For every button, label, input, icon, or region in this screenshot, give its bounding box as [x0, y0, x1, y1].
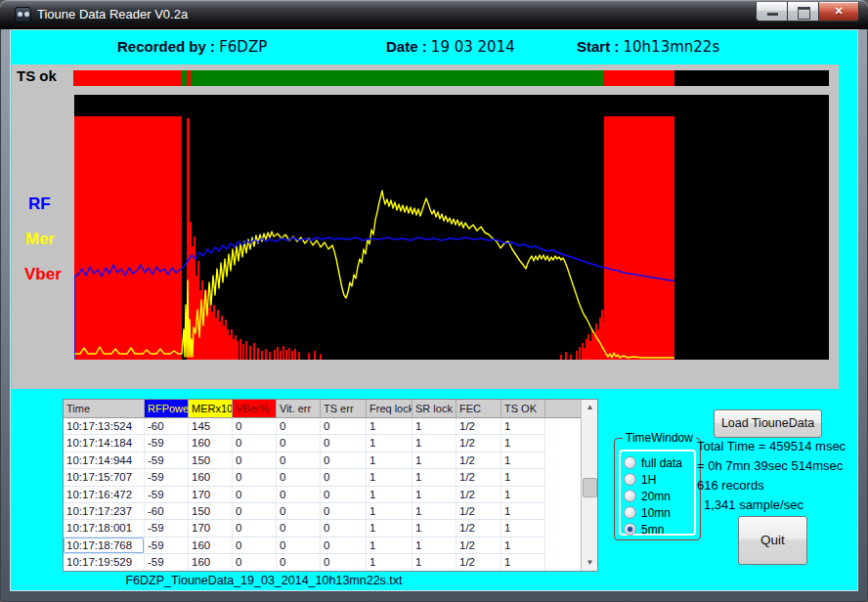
table-cell[interactable]: 0: [321, 452, 367, 469]
radio-icon[interactable]: [624, 506, 636, 519]
table-cell[interactable]: 1: [367, 554, 412, 571]
grid-column-header[interactable]: RFPower: [145, 400, 189, 418]
table-cell[interactable]: 1: [412, 503, 456, 520]
grid-column-header[interactable]: VBer%: [233, 400, 277, 418]
table-row[interactable]: 10:17:18:001-59170000111/21: [64, 520, 581, 537]
maximize-button[interactable]: [788, 2, 819, 22]
table-cell[interactable]: 0: [233, 503, 277, 520]
table-cell[interactable]: 1/2: [456, 520, 501, 537]
scrollbar-thumb[interactable]: [583, 478, 597, 497]
table-cell[interactable]: 1/2: [456, 503, 501, 520]
table-cell[interactable]: 0: [277, 469, 321, 486]
table-cell[interactable]: -60: [145, 418, 189, 435]
table-cell[interactable]: 0: [277, 452, 321, 469]
table-cell[interactable]: 1: [501, 520, 545, 537]
table-row[interactable]: 10:17:16:472-59170000111/21: [64, 487, 581, 503]
radio-icon[interactable]: [624, 456, 636, 469]
table-cell[interactable]: 0: [233, 418, 277, 435]
table-cell[interactable]: 0: [277, 435, 321, 452]
table-cell[interactable]: 1/2: [456, 435, 501, 452]
table-cell[interactable]: 0: [277, 520, 321, 537]
close-button[interactable]: [819, 2, 859, 22]
table-cell[interactable]: 150: [189, 452, 233, 469]
table-row[interactable]: 10:17:15:707-59160000111/21: [64, 469, 581, 486]
table-cell[interactable]: 0: [321, 538, 367, 554]
table-cell[interactable]: 10:17:16:472: [64, 487, 145, 503]
table-cell[interactable]: 0: [321, 469, 367, 486]
table-cell[interactable]: 10:17:17:237: [64, 503, 145, 520]
time-window-option[interactable]: 10mn: [624, 504, 698, 521]
table-cell[interactable]: 0: [233, 452, 277, 469]
table-cell[interactable]: 150: [189, 503, 233, 520]
table-cell[interactable]: 0: [277, 554, 321, 571]
table-cell[interactable]: 160: [189, 538, 233, 554]
table-cell[interactable]: 0: [321, 520, 367, 537]
table-cell[interactable]: 170: [189, 520, 233, 537]
table-cell[interactable]: 1: [367, 520, 412, 537]
grid-vertical-scrollbar[interactable]: ▲ ▼: [581, 400, 597, 571]
table-cell[interactable]: 1: [412, 520, 456, 537]
table-cell[interactable]: 1: [501, 554, 545, 571]
table-cell[interactable]: 1: [501, 469, 545, 486]
table-cell[interactable]: 0: [321, 435, 367, 452]
table-row[interactable]: 10:17:14:944-59150000111/21: [64, 452, 581, 469]
table-cell[interactable]: -59: [145, 554, 189, 571]
table-row[interactable]: 10:17:13:524-60145000111/21: [64, 418, 581, 435]
table-cell[interactable]: 160: [189, 554, 233, 571]
table-cell[interactable]: 1: [367, 538, 412, 554]
data-grid[interactable]: TimeRFPowerMERx10VBer%Vit. errTS errFreq…: [63, 399, 598, 572]
table-cell[interactable]: -59: [145, 435, 189, 452]
time-window-option[interactable]: 20mn: [624, 488, 698, 504]
table-cell[interactable]: 0: [321, 487, 367, 503]
table-cell[interactable]: 145: [189, 418, 233, 435]
table-cell[interactable]: 10:17:14:184: [64, 435, 145, 452]
table-cell[interactable]: 160: [189, 469, 233, 486]
table-cell[interactable]: 1: [412, 435, 456, 452]
table-cell[interactable]: 10:17:18:001: [64, 520, 145, 537]
table-cell[interactable]: 0: [233, 554, 277, 571]
table-cell[interactable]: 1: [412, 554, 456, 571]
table-cell[interactable]: 1: [367, 503, 412, 520]
table-cell[interactable]: 1/2: [456, 487, 501, 503]
radio-icon[interactable]: [624, 490, 636, 502]
radio-selected-icon[interactable]: [624, 523, 636, 536]
table-cell[interactable]: 0: [321, 554, 367, 571]
scroll-up-icon[interactable]: ▲: [583, 400, 597, 415]
table-row[interactable]: 10:17:18:768-59160000111/21: [64, 538, 581, 554]
table-row[interactable]: 10:17:19:529-59160000111/21: [64, 554, 581, 571]
table-cell[interactable]: 1: [501, 487, 545, 503]
table-cell[interactable]: 1/2: [456, 452, 501, 469]
table-cell[interactable]: 1: [501, 503, 545, 520]
table-cell[interactable]: 1/2: [456, 554, 501, 571]
table-cell[interactable]: 0: [321, 418, 367, 435]
table-cell[interactable]: 1: [367, 469, 412, 486]
quit-button[interactable]: Quit: [738, 516, 807, 565]
table-cell[interactable]: -60: [145, 503, 189, 520]
table-cell[interactable]: 10:17:13:524: [64, 418, 145, 435]
table-row[interactable]: 10:17:17:237-60150000111/21: [64, 503, 581, 520]
table-cell[interactable]: 1: [367, 452, 412, 469]
scroll-down-icon[interactable]: ▼: [583, 555, 597, 571]
table-cell[interactable]: -59: [145, 538, 189, 554]
table-cell[interactable]: 160: [189, 435, 233, 452]
table-cell[interactable]: -59: [145, 487, 189, 503]
table-cell[interactable]: 0: [233, 520, 277, 537]
table-cell[interactable]: 10:17:18:768: [64, 538, 145, 554]
table-cell[interactable]: 1: [501, 538, 545, 554]
table-cell[interactable]: 0: [233, 469, 277, 486]
table-cell[interactable]: 1: [367, 487, 412, 503]
table-cell[interactable]: 0: [233, 435, 277, 452]
table-cell[interactable]: -59: [145, 520, 189, 537]
minimize-button[interactable]: [756, 2, 788, 22]
table-cell[interactable]: 1: [501, 452, 545, 469]
table-cell[interactable]: -59: [145, 469, 189, 486]
grid-column-header[interactable]: MERx10: [189, 400, 233, 418]
grid-column-header[interactable]: Vit. err: [277, 400, 321, 418]
grid-column-header[interactable]: FEC: [456, 400, 501, 418]
grid-column-header[interactable]: SR lock: [412, 400, 456, 418]
grid-column-header[interactable]: TS err: [321, 400, 367, 418]
radio-icon[interactable]: [624, 473, 636, 486]
load-tiounedata-button[interactable]: Load TiouneData: [714, 409, 822, 438]
table-cell[interactable]: 0: [277, 418, 321, 435]
table-cell[interactable]: 1/2: [456, 469, 501, 486]
